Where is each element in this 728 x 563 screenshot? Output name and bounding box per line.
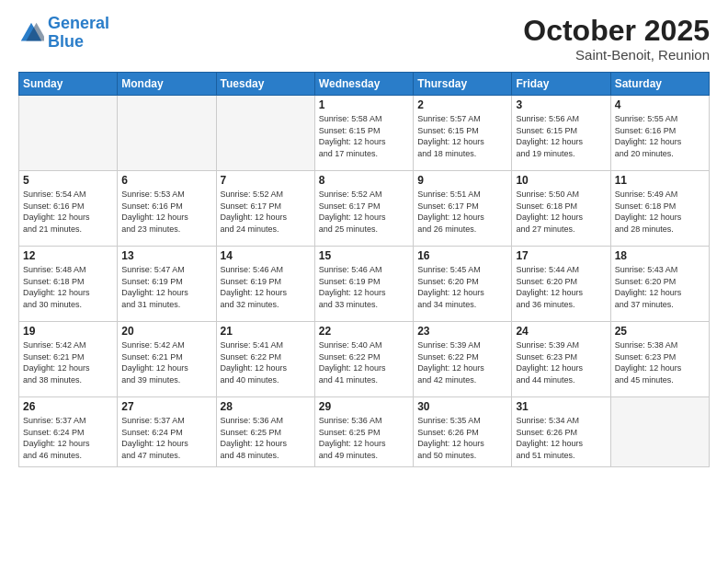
day-number: 6	[121, 174, 211, 187]
calendar-header-row: Sunday Monday Tuesday Wednesday Thursday…	[19, 73, 710, 96]
day-info: Sunrise: 5:42 AM Sunset: 6:21 PM Dayligh…	[23, 339, 113, 385]
day-info: Sunrise: 5:55 AM Sunset: 6:16 PM Dayligh…	[615, 113, 705, 159]
table-row	[610, 397, 709, 467]
day-number: 1	[319, 98, 409, 111]
day-info: Sunrise: 5:37 AM Sunset: 6:24 PM Dayligh…	[23, 415, 113, 461]
day-info: Sunrise: 5:46 AM Sunset: 6:19 PM Dayligh…	[319, 264, 409, 310]
day-info: Sunrise: 5:44 AM Sunset: 6:20 PM Dayligh…	[516, 264, 606, 310]
table-row: 16Sunrise: 5:45 AM Sunset: 6:20 PM Dayli…	[414, 247, 512, 322]
col-wednesday: Wednesday	[314, 73, 413, 96]
day-number: 9	[417, 174, 507, 187]
day-info: Sunrise: 5:36 AM Sunset: 6:25 PM Dayligh…	[221, 415, 311, 461]
day-info: Sunrise: 5:58 AM Sunset: 6:15 PM Dayligh…	[319, 113, 409, 159]
logo-general: General	[48, 14, 109, 32]
day-info: Sunrise: 5:37 AM Sunset: 6:24 PM Dayligh…	[121, 415, 211, 461]
table-row: 21Sunrise: 5:41 AM Sunset: 6:22 PM Dayli…	[216, 322, 314, 397]
table-row: 25Sunrise: 5:38 AM Sunset: 6:23 PM Dayli…	[610, 322, 709, 397]
table-row: 17Sunrise: 5:44 AM Sunset: 6:20 PM Dayli…	[512, 247, 610, 322]
day-info: Sunrise: 5:47 AM Sunset: 6:19 PM Dayligh…	[121, 264, 211, 310]
day-number: 30	[417, 400, 507, 413]
table-row: 9Sunrise: 5:51 AM Sunset: 6:17 PM Daylig…	[414, 171, 512, 247]
table-row	[19, 96, 118, 171]
day-number: 18	[615, 249, 705, 262]
day-info: Sunrise: 5:51 AM Sunset: 6:17 PM Dayligh…	[417, 189, 507, 235]
table-row: 18Sunrise: 5:43 AM Sunset: 6:20 PM Dayli…	[610, 247, 709, 322]
day-number: 24	[516, 325, 606, 338]
table-row: 8Sunrise: 5:52 AM Sunset: 6:17 PM Daylig…	[314, 171, 413, 247]
header: General Blue October 2025 Saint-Benoit, …	[18, 15, 710, 63]
table-row: 23Sunrise: 5:39 AM Sunset: 6:22 PM Dayli…	[414, 322, 512, 397]
day-info: Sunrise: 5:56 AM Sunset: 6:15 PM Dayligh…	[516, 113, 606, 159]
table-row: 13Sunrise: 5:47 AM Sunset: 6:19 PM Dayli…	[118, 247, 216, 322]
day-number: 4	[615, 98, 705, 111]
day-info: Sunrise: 5:43 AM Sunset: 6:20 PM Dayligh…	[615, 264, 705, 310]
day-info: Sunrise: 5:34 AM Sunset: 6:26 PM Dayligh…	[516, 415, 606, 461]
day-info: Sunrise: 5:39 AM Sunset: 6:23 PM Dayligh…	[516, 339, 606, 385]
day-info: Sunrise: 5:49 AM Sunset: 6:18 PM Dayligh…	[615, 189, 705, 235]
day-info: Sunrise: 5:41 AM Sunset: 6:22 PM Dayligh…	[221, 339, 311, 385]
day-number: 26	[23, 400, 113, 413]
day-info: Sunrise: 5:39 AM Sunset: 6:22 PM Dayligh…	[417, 339, 507, 385]
day-info: Sunrise: 5:46 AM Sunset: 6:19 PM Dayligh…	[221, 264, 311, 310]
day-info: Sunrise: 5:36 AM Sunset: 6:25 PM Dayligh…	[319, 415, 409, 461]
day-info: Sunrise: 5:54 AM Sunset: 6:16 PM Dayligh…	[23, 189, 113, 235]
table-row: 1Sunrise: 5:58 AM Sunset: 6:15 PM Daylig…	[314, 96, 413, 171]
day-info: Sunrise: 5:53 AM Sunset: 6:16 PM Dayligh…	[121, 189, 211, 235]
table-row: 10Sunrise: 5:50 AM Sunset: 6:18 PM Dayli…	[512, 171, 610, 247]
col-sunday: Sunday	[19, 73, 118, 96]
day-info: Sunrise: 5:42 AM Sunset: 6:21 PM Dayligh…	[121, 339, 211, 385]
table-row: 24Sunrise: 5:39 AM Sunset: 6:23 PM Dayli…	[512, 322, 610, 397]
day-number: 17	[516, 249, 606, 262]
table-row: 19Sunrise: 5:42 AM Sunset: 6:21 PM Dayli…	[19, 322, 118, 397]
day-info: Sunrise: 5:48 AM Sunset: 6:18 PM Dayligh…	[23, 264, 113, 310]
day-number: 16	[417, 249, 507, 262]
table-row: 15Sunrise: 5:46 AM Sunset: 6:19 PM Dayli…	[314, 247, 413, 322]
day-number: 7	[221, 174, 311, 187]
day-number: 29	[319, 400, 409, 413]
day-number: 21	[221, 325, 311, 338]
day-info: Sunrise: 5:35 AM Sunset: 6:26 PM Dayligh…	[417, 415, 507, 461]
location-subtitle: Saint-Benoit, Reunion	[523, 47, 710, 63]
day-info: Sunrise: 5:52 AM Sunset: 6:17 PM Dayligh…	[319, 189, 409, 235]
table-row: 6Sunrise: 5:53 AM Sunset: 6:16 PM Daylig…	[118, 171, 216, 247]
day-number: 15	[319, 249, 409, 262]
title-block: October 2025 Saint-Benoit, Reunion	[523, 15, 710, 63]
logo: General Blue	[18, 15, 109, 52]
table-row: 2Sunrise: 5:57 AM Sunset: 6:15 PM Daylig…	[414, 96, 512, 171]
day-number: 11	[615, 174, 705, 187]
day-number: 22	[319, 325, 409, 338]
table-row: 5Sunrise: 5:54 AM Sunset: 6:16 PM Daylig…	[19, 171, 118, 247]
day-number: 2	[417, 98, 507, 111]
day-number: 8	[319, 174, 409, 187]
table-row: 12Sunrise: 5:48 AM Sunset: 6:18 PM Dayli…	[19, 247, 118, 322]
table-row: 3Sunrise: 5:56 AM Sunset: 6:15 PM Daylig…	[512, 96, 610, 171]
day-number: 27	[121, 400, 211, 413]
day-number: 28	[221, 400, 311, 413]
col-monday: Monday	[118, 73, 216, 96]
logo-blue: Blue	[48, 32, 84, 51]
logo-text: General Blue	[48, 15, 109, 52]
day-number: 19	[23, 325, 113, 338]
table-row	[118, 96, 216, 171]
col-thursday: Thursday	[414, 73, 512, 96]
day-number: 23	[417, 325, 507, 338]
table-row: 7Sunrise: 5:52 AM Sunset: 6:17 PM Daylig…	[216, 171, 314, 247]
day-number: 25	[615, 325, 705, 338]
calendar-body: 1Sunrise: 5:58 AM Sunset: 6:15 PM Daylig…	[19, 96, 710, 467]
table-row: 30Sunrise: 5:35 AM Sunset: 6:26 PM Dayli…	[414, 397, 512, 467]
table-row: 28Sunrise: 5:36 AM Sunset: 6:25 PM Dayli…	[216, 397, 314, 467]
month-title: October 2025	[523, 15, 710, 47]
logo-icon	[18, 20, 44, 46]
day-number: 13	[121, 249, 211, 262]
day-info: Sunrise: 5:38 AM Sunset: 6:23 PM Dayligh…	[615, 339, 705, 385]
day-number: 14	[221, 249, 311, 262]
calendar: Sunday Monday Tuesday Wednesday Thursday…	[18, 72, 710, 467]
day-info: Sunrise: 5:57 AM Sunset: 6:15 PM Dayligh…	[417, 113, 507, 159]
table-row: 20Sunrise: 5:42 AM Sunset: 6:21 PM Dayli…	[118, 322, 216, 397]
col-saturday: Saturday	[610, 73, 709, 96]
day-number: 12	[23, 249, 113, 262]
table-row	[216, 96, 314, 171]
day-number: 20	[121, 325, 211, 338]
col-friday: Friday	[512, 73, 610, 96]
table-row: 14Sunrise: 5:46 AM Sunset: 6:19 PM Dayli…	[216, 247, 314, 322]
